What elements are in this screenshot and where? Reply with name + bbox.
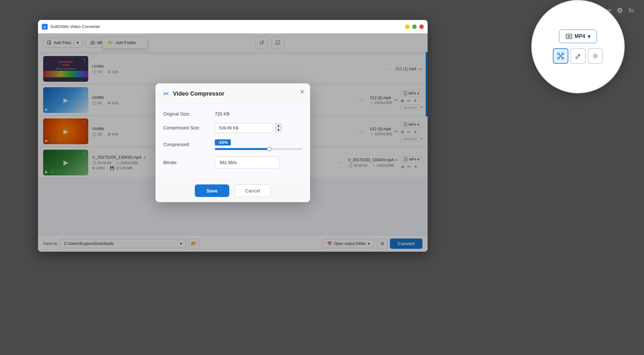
original-size-row: Original Size: 720 KB xyxy=(163,111,302,117)
compressed-size-row: Compressed Size: ▲ ▼ xyxy=(163,123,302,133)
cancel-label: Cancel xyxy=(245,188,260,193)
svg-line-34 xyxy=(597,54,597,55)
cancel-button[interactable]: Cancel xyxy=(234,184,271,197)
svg-text:S: S xyxy=(44,25,46,29)
compress-scissors-icon xyxy=(557,52,564,60)
settings-icon[interactable]: ⚙ xyxy=(617,6,623,15)
pencil-icon xyxy=(574,52,582,60)
svg-line-33 xyxy=(597,57,597,58)
save-label: Save xyxy=(206,188,218,193)
compression-row: Compressed: -25% xyxy=(163,139,302,150)
minimize-button[interactable] xyxy=(405,24,410,29)
svg-line-32 xyxy=(594,54,594,55)
spinner-down-button[interactable]: ▼ xyxy=(275,128,282,132)
film-grid-icon xyxy=(566,33,572,40)
magnifier-effects-button[interactable] xyxy=(588,48,603,64)
dialog-header: ✂ Video Compressor ✕ xyxy=(156,83,310,104)
close-button[interactable] xyxy=(419,24,424,29)
compressor-icon: ✂ xyxy=(163,90,169,98)
svg-point-36 xyxy=(595,55,596,57)
save-button[interactable]: Save xyxy=(195,184,229,197)
title-bar: S SoftOrbits Video Converter xyxy=(38,20,428,33)
compressed-size-input[interactable] xyxy=(215,123,273,133)
compression-percent-badge: -25% xyxy=(215,139,231,145)
compressed-label: Compressed: xyxy=(163,142,215,147)
modal-overlay: ✂ Video Compressor ✕ Original Size: 720 … xyxy=(38,33,428,252)
bitrate-input[interactable] xyxy=(215,156,279,169)
magnifier-circle: MP4 ▾ xyxy=(531,0,625,93)
app-title: SoftOrbits Video Converter xyxy=(50,24,405,29)
window-controls xyxy=(405,24,424,29)
compressed-size-label: Compressed Size: xyxy=(163,125,215,130)
video-compressor-dialog: ✂ Video Compressor ✕ Original Size: 720 … xyxy=(156,83,310,202)
magnifier-compress-button[interactable] xyxy=(553,48,568,64)
bitrate-label: Bitrate: xyxy=(163,160,215,165)
original-size-value: 720 KB xyxy=(215,111,230,117)
partial-text: Sc xyxy=(628,8,634,14)
mag-mp4-arrow: ▾ xyxy=(588,33,590,40)
maximize-button[interactable] xyxy=(412,24,417,29)
close-x-icon: ✕ xyxy=(299,88,305,95)
dialog-body: Original Size: 720 KB Compressed Size: ▲… xyxy=(156,104,310,179)
bitrate-row: Bitrate: xyxy=(163,156,302,169)
dialog-title: Video Compressor xyxy=(173,90,224,97)
original-size-label: Original Size: xyxy=(163,111,215,117)
compressed-size-spinner: ▲ ▼ xyxy=(215,123,282,133)
slider-thumb[interactable] xyxy=(267,147,271,151)
magnifier-icons xyxy=(553,48,603,64)
compression-slider-area: -25% xyxy=(215,139,302,150)
magic-wand-icon xyxy=(592,52,599,60)
slider-fill xyxy=(215,148,269,150)
dialog-close-button[interactable]: ✕ xyxy=(299,89,305,95)
compression-slider-track xyxy=(215,148,302,150)
dialog-footer: Save Cancel xyxy=(156,179,310,202)
spinner-buttons: ▲ ▼ xyxy=(275,123,282,132)
svg-point-16 xyxy=(568,36,569,37)
magnifier-mp4-button[interactable]: MP4 ▾ xyxy=(559,30,597,43)
magnifier-edit-button[interactable] xyxy=(570,48,586,64)
app-logo: S xyxy=(42,24,48,30)
svg-line-35 xyxy=(594,57,594,58)
mag-mp4-label: MP4 xyxy=(575,33,585,39)
spinner-up-button[interactable]: ▲ xyxy=(275,123,282,128)
app-window: S SoftOrbits Video Converter Add Files ▾ xyxy=(38,20,428,252)
